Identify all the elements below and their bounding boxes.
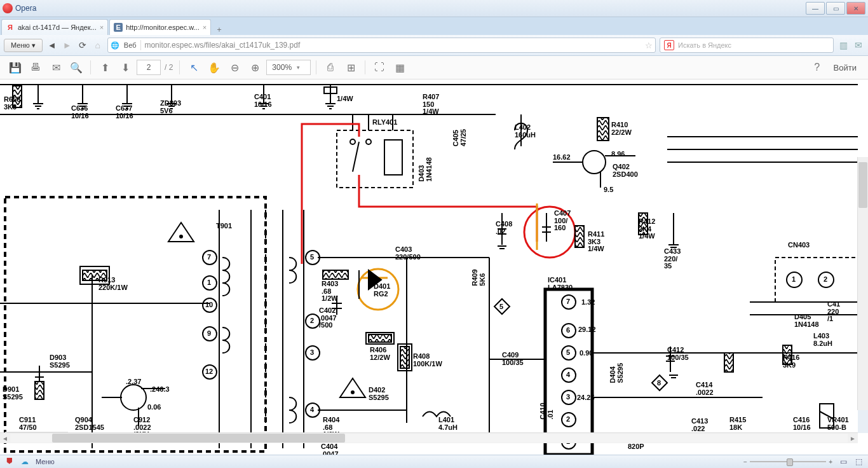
zoom-in-button[interactable]: ⊕ bbox=[246, 59, 264, 76]
ic-pin-5: 5 bbox=[566, 349, 570, 357]
opera-menu-button[interactable]: Меню ▾ bbox=[4, 39, 43, 52]
help-button[interactable]: ? bbox=[808, 59, 826, 76]
label-D404: D404 S5295 bbox=[609, 363, 624, 383]
forward-button[interactable]: ► bbox=[62, 39, 73, 51]
v-scroll-thumb[interactable] bbox=[858, 162, 867, 208]
label-C41x: C41 220 /1 bbox=[827, 301, 840, 323]
svg-rect-39 bbox=[575, 226, 584, 247]
svg-rect-69 bbox=[323, 270, 348, 279]
reload-button[interactable]: ⟳ bbox=[77, 39, 88, 51]
window-minimize-button[interactable]: — bbox=[806, 2, 825, 15]
web-label: Веб bbox=[123, 41, 138, 49]
save-button[interactable]: 💾 bbox=[6, 59, 24, 76]
fullscreen-button[interactable]: ⛶ bbox=[370, 59, 388, 76]
svg-rect-14 bbox=[384, 140, 402, 175]
svg-rect-65 bbox=[35, 382, 44, 399]
pin-9: 9 bbox=[207, 330, 211, 338]
probe-8: 8 bbox=[657, 380, 661, 387]
fit-width-icon[interactable]: ▭ bbox=[839, 457, 848, 466]
label-C416: C416 10/16 bbox=[793, 416, 811, 431]
email-button[interactable]: ✉ bbox=[47, 59, 65, 76]
zoom-out-button[interactable]: ⊖ bbox=[226, 59, 243, 76]
label-1662: 16.62 bbox=[553, 154, 571, 162]
pin-5: 5 bbox=[310, 254, 314, 261]
back-button[interactable]: ◄ bbox=[46, 39, 58, 51]
zoom-minus-icon[interactable]: − bbox=[743, 458, 747, 465]
zoom-slider-thumb[interactable] bbox=[787, 458, 793, 466]
pin-2: 2 bbox=[310, 317, 314, 325]
label-C911: C911 47/50 bbox=[19, 416, 37, 431]
cloud-icon[interactable]: ☁ bbox=[20, 457, 29, 466]
label-C412: C412 100/35 bbox=[667, 347, 689, 361]
scroll-right-icon[interactable]: ► bbox=[848, 435, 858, 442]
new-tab-button[interactable]: ＋ bbox=[212, 24, 226, 35]
window-maximize-button[interactable]: ▭ bbox=[826, 2, 845, 15]
h-scroll-thumb[interactable] bbox=[52, 434, 345, 443]
svg-line-13 bbox=[353, 142, 359, 172]
tab-yandex-search[interactable]: Я akai ct-1417d — Яндек... × bbox=[1, 19, 108, 35]
close-tab-icon[interactable]: × bbox=[203, 24, 207, 31]
page-up-button[interactable]: ⬆ bbox=[96, 59, 114, 76]
tab-monitor-espec[interactable]: E http://monitor.espec.w... × bbox=[109, 19, 211, 35]
label-C410: C410 .01 bbox=[539, 403, 554, 419]
label-R416: R416 3K9 bbox=[783, 354, 799, 369]
zoom-plus-icon[interactable]: + bbox=[829, 458, 832, 465]
tool-button-3[interactable]: ▦ bbox=[391, 59, 409, 76]
page-down-button[interactable]: ⬇ bbox=[116, 59, 134, 76]
address-bar[interactable]: 🌐 Веб monitor.espec.ws/files/akai_ct1417… bbox=[107, 38, 656, 53]
label-132: 1.32 bbox=[581, 299, 595, 306]
label-2425: 24.25 bbox=[577, 394, 595, 402]
close-tab-icon[interactable]: × bbox=[100, 24, 104, 31]
label-R406: R406 12/2W bbox=[370, 347, 390, 361]
pdf-content-viewport[interactable]: R658 3K3 C636 10/16 C637 10/16 ZD803 5V6… bbox=[0, 79, 868, 456]
tool-button-2[interactable]: ⊞ bbox=[342, 59, 360, 76]
tab-label: http://monitor.espec.w... bbox=[126, 24, 200, 31]
url-text: monitor.espec.ws/files/akai_ct1417uk_139… bbox=[144, 41, 642, 50]
tab-strip: Я akai ct-1417d — Яндек... × E http://mo… bbox=[0, 17, 868, 35]
mail-button[interactable]: ✉ bbox=[853, 39, 864, 51]
svg-point-58 bbox=[351, 391, 354, 394]
find-button[interactable]: 🔍 bbox=[67, 59, 85, 76]
print-button[interactable]: 🖶 bbox=[27, 59, 44, 76]
page-number-input[interactable] bbox=[137, 60, 161, 75]
svg-point-57 bbox=[180, 235, 182, 238]
window-title: Opera bbox=[15, 4, 806, 13]
label-2912: 29.12 bbox=[578, 326, 596, 334]
label-L401: L401 4.7uH bbox=[438, 416, 458, 431]
svg-point-12 bbox=[366, 139, 371, 144]
label-ZD803: ZD803 5V6 bbox=[160, 100, 181, 114]
label-C408: C408 .02 bbox=[496, 221, 512, 235]
fit-page-icon[interactable]: ⬚ bbox=[854, 457, 863, 466]
probe-5: 5 bbox=[499, 303, 503, 311]
label-RLY401: RLY401 bbox=[372, 119, 397, 127]
side-panel bbox=[858, 157, 868, 433]
cursor-select-button[interactable]: ↖ bbox=[185, 59, 203, 76]
scroll-left-icon[interactable]: ◄ bbox=[0, 435, 10, 442]
label-R658: R658 3K3 bbox=[4, 96, 20, 111]
cn-pin-2: 2 bbox=[824, 276, 827, 284]
label-C409: C409 100/35 bbox=[502, 352, 524, 366]
status-menu[interactable]: Меню bbox=[36, 458, 55, 465]
label-D405: D405 1N4148 bbox=[794, 313, 819, 328]
label-006: 0.06 bbox=[147, 404, 161, 411]
label-R411: R411 3K3 1/4W bbox=[588, 231, 604, 253]
search-bar[interactable]: Я Искать в Яндекс bbox=[660, 38, 834, 53]
home-button[interactable]: ⌂ bbox=[92, 39, 104, 51]
nav-bar: Меню ▾ ◄ ► ⟳ ⌂ 🌐 Веб monitor.espec.ws/fi… bbox=[0, 35, 868, 56]
panel-button[interactable]: ▥ bbox=[837, 39, 849, 51]
svg-rect-42 bbox=[5, 197, 266, 451]
vertical-scrollbar[interactable] bbox=[857, 157, 868, 410]
tool-button-1[interactable]: ⎙ bbox=[322, 59, 339, 76]
horizontal-scrollbar[interactable]: ◄ ► bbox=[0, 432, 858, 443]
shield-icon[interactable]: ⛊ bbox=[5, 457, 14, 466]
window-close-button[interactable]: ✕ bbox=[846, 2, 865, 15]
bookmark-star-icon[interactable]: ☆ bbox=[645, 41, 653, 50]
svg-rect-25 bbox=[597, 118, 609, 141]
hand-pan-button[interactable]: ✋ bbox=[205, 59, 223, 76]
pin-1: 1 bbox=[207, 279, 211, 287]
label-IC401: IC401 LA7830 bbox=[548, 277, 573, 291]
zoom-select[interactable]: 300% bbox=[266, 60, 311, 75]
pin-10: 10 bbox=[205, 301, 213, 309]
signin-link[interactable]: Войти bbox=[829, 63, 862, 72]
label-C404: C404 .0047 bbox=[321, 443, 339, 456]
